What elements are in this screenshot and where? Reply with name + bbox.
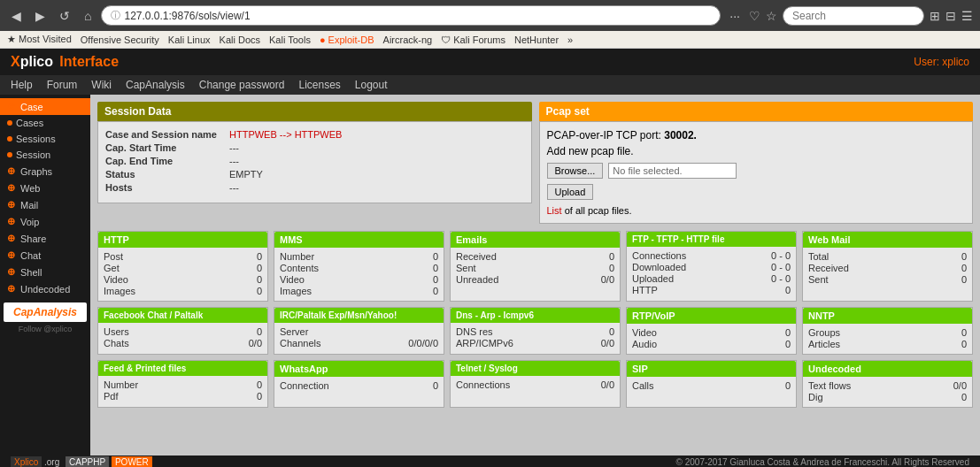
stat-row-connection: Connection0 [280, 380, 438, 391]
home-button[interactable]: ⌂ [80, 7, 96, 25]
nav-forum[interactable]: Forum [47, 79, 78, 91]
label-dig: Dig [808, 392, 823, 402]
bookmark-nethunter[interactable]: NetHunter [514, 34, 559, 45]
sidebar-item-undecoded[interactable]: ⊕ Undecoded [0, 280, 90, 297]
forward-button[interactable]: ▶ [31, 7, 50, 25]
value-connection: 0 [412, 380, 438, 391]
session-row-start: Cap. Start Time --- [105, 142, 524, 153]
label-downloaded: Downloaded [632, 262, 686, 272]
dot-icon [7, 152, 12, 157]
value-users: 0 [235, 326, 262, 337]
sidebar-label-session: Session [16, 149, 50, 160]
browse-button[interactable]: Browse... [547, 163, 604, 179]
value-http: 0 [764, 285, 791, 295]
sidebar-item-sessions[interactable]: Sessions [0, 131, 90, 147]
session-row-name: Case and Session name HTTPWEB --> HTTPWE… [105, 129, 524, 140]
footer-links: Xplico .org CAPPHP POWER [11, 457, 152, 467]
label-total: Total [808, 251, 829, 262]
search-input[interactable] [783, 6, 924, 26]
bookmark-most-visited[interactable]: ★ Most Visited [7, 34, 72, 45]
sidebar-item-share[interactable]: ⊕ Share [0, 230, 90, 247]
label-images2: Images [280, 286, 312, 296]
label-pdf: Pdf [104, 391, 119, 402]
bookmark-kali-tools[interactable]: Kali Tools [269, 34, 311, 45]
bookmark-kali-linux[interactable]: Kali Linux [168, 34, 211, 45]
label-sent2: Sent [808, 274, 829, 285]
session-row-end: Cap. End Time --- [105, 156, 524, 166]
pcap-port-label: PCAP-over-IP TCP port: [547, 129, 661, 142]
value-video2: 0 [412, 274, 438, 285]
xplico-link[interactable]: Xplico [11, 456, 42, 467]
value-contents: 0 [412, 263, 438, 273]
stat-body-emails: Received0 Sent0 Unreaded0/0 [451, 248, 620, 289]
stat-row-uploaded: Uploaded0 - 0 [632, 273, 791, 284]
bottom-footer: Xplico .org CAPPHP POWER © 2007-2017 Gia… [0, 456, 980, 467]
stat-header-mms: MMS [274, 232, 444, 248]
stat-card-ftp: FTP - TFTP - HTTP file Connections0 - 0 … [626, 231, 797, 302]
label-articles: Articles [808, 339, 840, 349]
label-chats: Chats [104, 338, 129, 348]
capanalysis-logo: CapAnalysis Follow @xplico [0, 297, 90, 339]
nav-wiki[interactable]: Wiki [91, 79, 112, 91]
upload-button[interactable]: Upload [547, 184, 594, 200]
nav-help[interactable]: Help [11, 79, 33, 91]
main-layout: ⊕ Case Cases Sessions Session ⊕ Graphs ⊕… [0, 95, 980, 456]
sidebar-label-undecoded: Undecoded [20, 284, 70, 295]
value-connections2: 0/0 [588, 379, 614, 390]
value-sent: 0 [588, 263, 614, 273]
bookmark-exploit-db[interactable]: ● Exploit-DB [320, 34, 374, 45]
list-link[interactable]: List [547, 205, 562, 216]
nav-licenses[interactable]: Licenses [298, 79, 340, 91]
session-value-name[interactable]: HTTPWEB --> HTTPWEB [229, 129, 342, 140]
sidebar-label-voip: Voip [20, 217, 39, 227]
power-link[interactable]: POWER [112, 456, 152, 467]
session-value-start: --- [229, 142, 239, 153]
label-images: Images [104, 286, 135, 296]
capphp-link[interactable]: CAPPHP [66, 456, 109, 467]
value-received: 0 [588, 251, 614, 262]
app-title: Xplico Interface [11, 54, 119, 70]
url-bar[interactable]: ⓘ 127.0.0.1:9876/sols/view/1 [101, 5, 721, 26]
sidebar-item-graphs[interactable]: ⊕ Graphs [0, 163, 90, 180]
stat-header-feed: Feed & Printed files [98, 361, 267, 376]
sidebar-item-shell[interactable]: ⊕ Shell [0, 264, 90, 280]
bookmark-aircrack[interactable]: Aircrack-ng [383, 34, 433, 45]
sidebar-item-case[interactable]: ⊕ Case [0, 98, 90, 115]
sidebar-item-web[interactable]: ⊕ Web [0, 180, 90, 196]
stat-row-get: Get0 [104, 263, 262, 273]
label-textflows: Text flows [808, 380, 851, 391]
plus-icon: ⊕ [7, 182, 15, 194]
top-panels: Session Data Case and Session name HTTPW… [97, 102, 973, 224]
sidebar-item-voip[interactable]: ⊕ Voip [0, 213, 90, 230]
nav-capanalysis[interactable]: CapAnalysis [126, 79, 185, 91]
sidebar-item-chat[interactable]: ⊕ Chat [0, 247, 90, 264]
label-calls: Calls [632, 380, 653, 391]
bookmark-offensive-security[interactable]: Offensive Security [81, 34, 159, 45]
sidebar-label-cases: Cases [16, 118, 43, 128]
value-pdf: 0 [235, 391, 262, 402]
stat-row-dig: Dig0 [808, 392, 967, 402]
reload-button[interactable]: ↺ [55, 7, 74, 25]
sidebar-item-mail[interactable]: ⊕ Mail [0, 196, 90, 213]
plus-icon: ⊕ [7, 233, 15, 244]
stat-body-feed: Number0 Pdf0 [98, 376, 267, 406]
label-uploaded: Uploaded [632, 273, 674, 284]
sidebar-item-session[interactable]: Session [0, 147, 90, 163]
bookmark-kali-docs[interactable]: Kali Docs [220, 34, 260, 45]
stat-card-irc: IRC/Paltalk Exp/Msn/Yahoo! Server Channe… [274, 307, 444, 355]
nav-logout[interactable]: Logout [355, 79, 388, 91]
session-header: Session Data [97, 102, 532, 121]
back-button[interactable]: ◀ [7, 7, 26, 25]
stat-card-sip: SIP Calls0 [626, 360, 797, 408]
sidebar-item-cases[interactable]: Cases [0, 115, 90, 131]
stat-body-dns: DNS res0 ARP/ICMPv60/0 [451, 323, 620, 353]
value-articles: 0 [940, 339, 967, 349]
nav-change-password[interactable]: Change password [199, 79, 285, 91]
bookmark-kali-forums[interactable]: 🛡 Kali Forums [441, 34, 505, 45]
stat-body-telnet: Connections0/0 [451, 376, 620, 394]
bookmark-more[interactable]: » [567, 34, 573, 45]
session-panel: Session Data Case and Session name HTTPW… [97, 102, 532, 224]
stat-body-facebook: Users0 Chats0/0 [98, 323, 267, 353]
value-uploaded: 0 - 0 [764, 273, 791, 284]
org-label: .org [44, 457, 59, 467]
